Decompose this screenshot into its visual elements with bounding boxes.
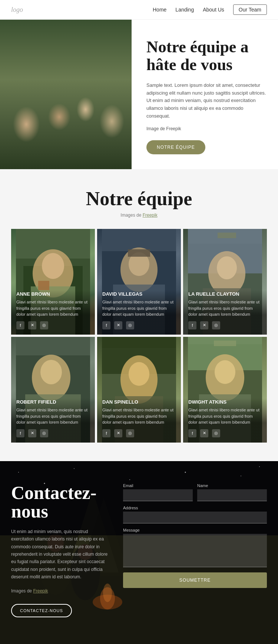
team-member-desc-0: Glavi amet ritnisi libero molestie ante … (16, 299, 90, 318)
contact-form: Email Name Address Message SOUMETTRE (123, 483, 267, 635)
form-group-email: Email (123, 483, 193, 501)
facebook-icon-1[interactable]: f (102, 321, 110, 329)
team-member-name-1: DAVID VILLEGAS (102, 291, 176, 297)
team-card-1: DAVID VILLEGAS Glavi amet ritnisi libero… (97, 229, 181, 335)
address-label: Address (123, 506, 267, 510)
team-member-desc-3: Glavi amet ritnisi libero molestie ante … (16, 407, 90, 426)
team-member-desc-5: Glavi amet ritnisi libero molestie ante … (188, 407, 262, 426)
team-member-name-2: LA RUELLE CLAYTON (188, 291, 262, 297)
team-member-social-5: f ✕ ◎ (188, 429, 262, 437)
team-card-overlay-4: DAN SPINELLO Glavi amet ritnisi libero m… (97, 393, 181, 443)
form-group-message: Message (123, 528, 267, 567)
team-member-name-5: DWIGHT ATKINS (188, 399, 262, 405)
instagram-icon-4[interactable]: ◎ (126, 429, 134, 437)
name-input[interactable] (197, 489, 267, 501)
submit-button[interactable]: SOUMETTRE (123, 572, 267, 588)
svg-rect-39 (214, 341, 236, 346)
twitter-icon-4[interactable]: ✕ (114, 429, 122, 437)
contact-image-credit: Images de Freepik (11, 588, 108, 594)
svg-point-30 (129, 362, 149, 386)
team-card-5: DWIGHT ATKINS Glavi amet ritnisi libero … (183, 337, 267, 443)
instagram-icon-0[interactable]: ◎ (40, 321, 48, 329)
facebook-icon-4[interactable]: f (102, 429, 110, 437)
instagram-icon-1[interactable]: ◎ (126, 321, 134, 329)
nav-links: Home Landing About Us Our Team (153, 4, 267, 15)
form-group-name: Name (197, 483, 267, 501)
twitter-icon-3[interactable]: ✕ (28, 429, 36, 437)
team-member-social-2: f ✕ ◎ (188, 321, 262, 329)
facebook-icon-5[interactable]: f (188, 429, 196, 437)
svg-point-18 (217, 256, 237, 279)
contact-left-panel: Contactez-nous Ut enim ad minim veniam, … (11, 483, 108, 635)
team-member-social-1: f ✕ ◎ (102, 321, 176, 329)
team-section-subtitle: Images de Freepik (11, 213, 267, 218)
contact-inner: Contactez-nous Ut enim ad minim veniam, … (0, 461, 278, 644)
hero-title: Notre équipe a hâte de vous (146, 38, 267, 74)
email-input[interactable] (123, 489, 193, 501)
svg-rect-13 (128, 249, 150, 257)
nav-landing[interactable]: Landing (175, 7, 194, 13)
contact-freepik-link[interactable]: Freepik (33, 588, 48, 594)
nav-home[interactable]: Home (153, 7, 166, 13)
team-section-title: Notre équipe (11, 188, 267, 210)
svg-rect-20 (218, 233, 236, 238)
form-group-address: Address (123, 506, 267, 523)
contact-cta-button[interactable]: CONTACTEZ-NOUS (11, 604, 72, 617)
team-member-name-0: ANNE BROWN (16, 291, 90, 297)
facebook-icon-0[interactable]: f (16, 321, 24, 329)
team-member-name-3: ROBERT FIFIELD (16, 399, 90, 405)
contact-title: Contactez-nous (11, 483, 108, 520)
form-row-email-name: Email Name (123, 483, 267, 501)
contact-section: Contactez-nous Ut enim ad minim veniam, … (0, 461, 278, 644)
team-member-desc-2: Glavi amet ritnisi libero molestie ante … (188, 299, 262, 318)
twitter-icon-0[interactable]: ✕ (28, 321, 36, 329)
svg-point-37 (215, 360, 235, 384)
team-card-overlay-3: ROBERT FIFIELD Glavi amet ritnisi libero… (11, 393, 95, 443)
team-card-overlay-0: ANNE BROWN Glavi amet ritnisi libero mol… (11, 285, 95, 335)
hero-cta-button[interactable]: NOTRE ÉQUIPE (146, 140, 205, 154)
nav-about-us[interactable]: About Us (203, 7, 224, 13)
logo: logo (11, 6, 23, 14)
team-card-0: ANNE BROWN Glavi amet ritnisi libero mol… (11, 229, 95, 335)
message-textarea[interactable] (123, 534, 267, 567)
hero-image-credit: Image de Freepik (146, 126, 267, 131)
team-grid: ANNE BROWN Glavi amet ritnisi libero mol… (11, 229, 267, 443)
email-label: Email (123, 483, 193, 488)
navbar: logo Home Landing About Us Our Team (0, 0, 278, 20)
nav-our-team[interactable]: Our Team (233, 4, 267, 15)
twitter-icon-2[interactable]: ✕ (200, 321, 208, 329)
contact-description: Ut enim ad minim veniam, quis nostrud ex… (11, 528, 108, 581)
address-input[interactable] (123, 512, 267, 523)
instagram-icon-3[interactable]: ◎ (40, 429, 48, 437)
team-section: Notre équipe Images de Freepik ANNE BROW… (0, 169, 278, 461)
team-member-social-0: f ✕ ◎ (16, 321, 90, 329)
instagram-icon-5[interactable]: ◎ (212, 429, 220, 437)
instagram-icon-2[interactable]: ◎ (212, 321, 220, 329)
team-freepik-link[interactable]: Freepik (143, 213, 158, 218)
facebook-icon-2[interactable]: f (188, 321, 196, 329)
team-card-overlay-2: LA RUELLE CLAYTON Glavi amet ritnisi lib… (183, 285, 267, 335)
facebook-icon-3[interactable]: f (16, 429, 24, 437)
team-member-desc-1: Glavi amet ritnisi libero molestie ante … (102, 299, 176, 318)
twitter-icon-1[interactable]: ✕ (114, 321, 122, 329)
twitter-icon-5[interactable]: ✕ (200, 429, 208, 437)
team-card-4: DAN SPINELLO Glavi amet ritnisi libero m… (97, 337, 181, 443)
team-member-social-4: f ✕ ◎ (102, 429, 176, 437)
message-label: Message (123, 528, 267, 532)
hero-image (0, 20, 132, 169)
team-member-social-3: f ✕ ◎ (16, 429, 90, 437)
hero-section: Notre équipe a hâte de vous Sample text.… (0, 20, 278, 169)
hero-content: Notre équipe a hâte de vous Sample text.… (132, 20, 278, 169)
team-member-desc-4: Glavi amet ritnisi libero molestie ante … (102, 407, 176, 426)
hero-description: Sample text. Lorem ipsum dolor sit amet,… (146, 82, 267, 120)
team-card-3: ROBERT FIFIELD Glavi amet ritnisi libero… (11, 337, 95, 443)
team-card-overlay-1: DAVID VILLEGAS Glavi amet ritnisi libero… (97, 285, 181, 335)
name-label: Name (197, 483, 267, 488)
svg-point-24 (40, 360, 62, 384)
svg-point-4 (42, 253, 64, 279)
team-card-overlay-5: DWIGHT ATKINS Glavi amet ritnisi libero … (183, 393, 267, 443)
team-card-2: LA RUELLE CLAYTON Glavi amet ritnisi lib… (183, 229, 267, 335)
team-member-name-4: DAN SPINELLO (102, 399, 176, 405)
